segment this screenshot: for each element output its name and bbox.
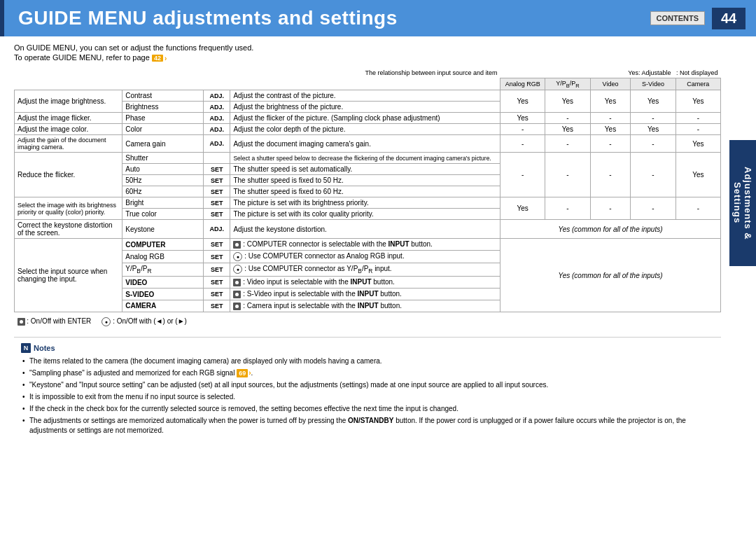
legend-row: : On/Off with ENTER ● : On/Off with (◄) … (15, 312, 721, 330)
intro-line1: On GUIDE MENU, you can set or adjust the… (14, 43, 721, 52)
item-video: VIDEO (122, 277, 204, 289)
main-content: On GUIDE MENU, you can set or adjust the… (0, 36, 756, 450)
page-ref: 42› (152, 55, 167, 62)
table-row: Select the input source when changing th… (15, 239, 721, 251)
page-number: 44 (712, 8, 746, 29)
circle-icon: ● (233, 252, 242, 261)
sq-icon-2 (233, 279, 241, 286)
notes-section: N Notes The items related to the camera … (14, 337, 721, 443)
yes-label: Yes: Adjustable (628, 69, 671, 76)
item-phase: Phase (122, 113, 204, 124)
notes-icon: N (21, 343, 31, 353)
sq-icon (233, 241, 241, 249)
header-right: CONTENTS 44 (650, 8, 746, 29)
note-item: "Keystone" and "Input source setting" ca… (21, 380, 714, 390)
note-item: If the check in the check box for the cu… (21, 404, 714, 414)
item-shutter: Shutter (122, 153, 204, 164)
item-bright: Bright (122, 197, 204, 209)
col-svideo: S-Video (631, 78, 676, 90)
table-row: Reduce the flicker. Shutter Select a shu… (15, 153, 721, 164)
circle-legend-icon: ● (102, 317, 111, 326)
side-tab: Adjustments &Settings (729, 140, 756, 266)
table-row: Correct the keystone distortion of the s… (15, 220, 721, 239)
note-item: "Sampling phase" is adjusted and memoriz… (21, 368, 714, 378)
note-item: The adjustments or settings are memorize… (21, 416, 714, 436)
row-label-input-source: Select the input source when changing th… (15, 239, 122, 312)
row-label-reduce-flicker: Reduce the flicker. (15, 153, 122, 197)
table-row: Adjust the image color. Color ADJ. Adjus… (15, 124, 721, 135)
item-keystone: Keystone (122, 220, 204, 239)
contents-button[interactable]: CONTENTS (650, 11, 706, 25)
item-camera-gain: Camera gain (122, 135, 204, 153)
item-true-color: True color (122, 209, 204, 220)
item-contrast: Contrast (122, 90, 204, 102)
sq-icon-4 (233, 303, 241, 310)
item-color: Color (122, 124, 204, 135)
note-item: The items related to the camera (the doc… (21, 356, 714, 366)
col-ypbpr: Y/PB/PR (545, 78, 590, 90)
page-wrapper: GUIDE MENU adjustments and settings CONT… (0, 0, 756, 535)
item-analog-rgb: Analog RGB (122, 251, 204, 263)
item-brightness: Brightness (122, 102, 204, 113)
relationship-text: The relationship between input source an… (365, 69, 497, 76)
item-50hz: 50Hz (122, 175, 204, 186)
side-tab-text: Adjustments &Settings (732, 167, 753, 240)
note-item: It is impossible to exit from the menu i… (21, 392, 714, 402)
table-header-cols: Analog RGB Y/PB/PR Video S-Video Camera (15, 78, 721, 90)
item-computer: COMPUTER (122, 239, 204, 251)
notes-list: The items related to the camera (the doc… (21, 356, 714, 436)
notes-title: N Notes (21, 343, 714, 353)
row-label-flicker: Adjust the image flicker. (15, 113, 122, 124)
page-title: GUIDE MENU adjustments and settings (18, 7, 398, 29)
col-video: Video (590, 78, 631, 90)
circle-icon-2: ● (233, 265, 242, 274)
row-label-color: Adjust the image color. (15, 124, 122, 135)
page-header: GUIDE MENU adjustments and settings CONT… (0, 0, 756, 36)
main-table: The relationship between input source an… (14, 68, 721, 330)
item-auto: Auto (122, 164, 204, 175)
row-label-camera-gain: Adjust the gain of the document imaging … (15, 135, 122, 153)
col-camera: Camera (676, 78, 720, 90)
table-header-top: The relationship between input source an… (15, 68, 721, 78)
sq-icon-3 (233, 291, 241, 298)
legend: : On/Off with ENTER ● : On/Off with (◄) … (18, 317, 498, 326)
table-row: Adjust the image flicker. Phase ADJ. Adj… (15, 113, 721, 124)
item-svideo: S-VIDEO (122, 289, 204, 300)
item-ypbpr: Y/PB/PR (122, 263, 204, 277)
table-row: Select the image with its brightness pri… (15, 197, 721, 209)
table-row: Adjust the image brightness. Contrast AD… (15, 90, 721, 102)
row-label-keystone: Correct the keystone distortion of the s… (15, 220, 122, 239)
item-60hz: 60Hz (122, 186, 204, 197)
page-ref-number: 42 (152, 55, 163, 62)
item-camera: CAMERA (122, 300, 204, 312)
intro-line2: To operate GUIDE MENU, refer to page 42› (14, 53, 721, 62)
sq-legend-icon (18, 318, 25, 326)
row-label-brightness-priority: Select the image with its brightness pri… (15, 197, 122, 220)
col-analog-rgb: Analog RGB (500, 78, 545, 90)
table-row: Adjust the gain of the document imaging … (15, 135, 721, 153)
not-displayed-label: : Not displayed (676, 69, 718, 76)
note-ref: 69› (237, 368, 251, 378)
row-label-brightness: Adjust the image brightness. (15, 90, 122, 113)
